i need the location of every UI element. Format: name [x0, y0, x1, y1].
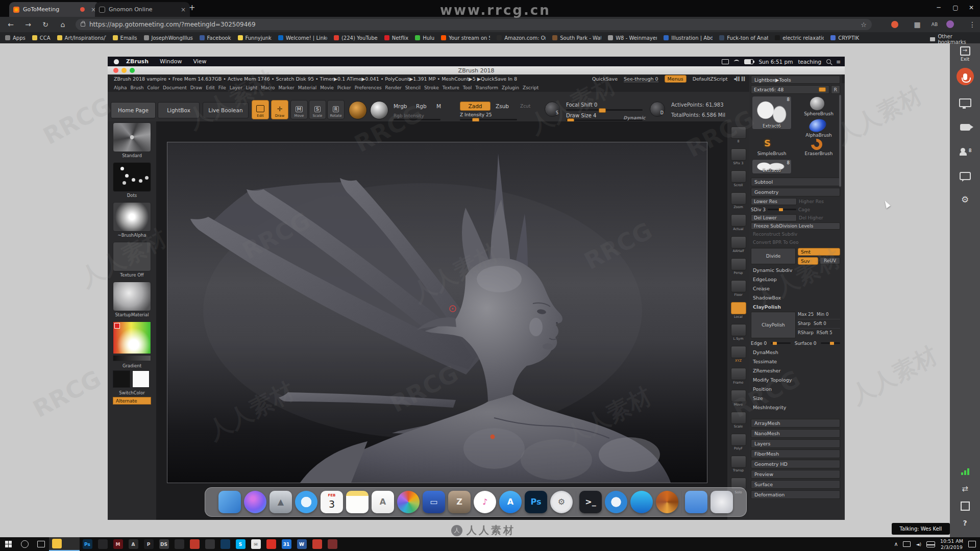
dock-icon[interactable] — [605, 491, 627, 513]
spherebrush-label[interactable]: SphereBrush — [795, 111, 842, 116]
zbrush-menu-item[interactable]: Material — [298, 85, 317, 90]
panel-section-header[interactable]: Geometry HD — [751, 460, 840, 468]
zbrush-menu-item[interactable]: Color — [148, 85, 160, 90]
address-bar[interactable]: https://app.gotomeeting.com/?meetingId=3… — [76, 19, 872, 30]
mrgb-button[interactable]: Mrgb — [394, 103, 407, 109]
right-shelf-button[interactable]: Floor — [730, 280, 747, 297]
right-shelf-button[interactable]: Scroll — [730, 170, 747, 187]
r-button[interactable]: R — [831, 85, 840, 94]
zbrush-menu-item[interactable]: Zplugin — [502, 85, 519, 90]
zbrush-menu-item[interactable]: Alpha — [114, 85, 127, 90]
taskbar-app-button[interactable]: ✉ — [248, 537, 263, 551]
right-shelf-button[interactable]: Move — [730, 390, 747, 407]
del-lower-button[interactable]: Del Lower — [751, 214, 797, 221]
bookmark-item[interactable]: JosephWongIllustrati — [144, 35, 193, 41]
geometry-row-button[interactable]: Crease — [751, 285, 840, 292]
stroke-selector[interactable]: Dots — [113, 162, 151, 198]
window-minimize-button[interactable]: ─ — [931, 2, 946, 14]
wifi-icon[interactable] — [734, 60, 739, 64]
panel-section-header[interactable]: Surface — [751, 480, 840, 489]
bookmark-item[interactable]: Welcome! | LinkedIn — [278, 35, 327, 41]
geometry-row-button[interactable]: Modify Topology — [751, 377, 840, 383]
panel-section-header[interactable]: Layers — [751, 439, 840, 448]
bookmark-item[interactable]: (224) YouTube — [334, 35, 378, 41]
z-intensity-slider[interactable]: Z Intensity 25 — [460, 112, 492, 117]
keyboard-icon[interactable] — [926, 541, 935, 547]
right-shelf-icon[interactable] — [731, 170, 746, 183]
taskbar-app-button[interactable]: P — [141, 537, 156, 551]
divide-button[interactable]: Divide — [751, 248, 796, 264]
geometry-row-button[interactable]: Size — [751, 395, 840, 402]
zbrush-menu-item[interactable]: File — [218, 85, 226, 90]
menubar-clock[interactable]: Sun 6:51 pm — [758, 59, 793, 65]
panel-section-header[interactable]: Preview — [751, 470, 840, 479]
freeze-subdivision-button[interactable]: Freeze SubDivision Levels — [751, 222, 840, 230]
convert-bpr-button[interactable]: Convert BPR To Geo — [751, 240, 799, 245]
subtool-section[interactable]: Subtool — [751, 178, 840, 186]
window-close-button[interactable]: ✕ — [964, 2, 979, 14]
zbrush-menu-item[interactable]: Marker — [279, 85, 295, 90]
panel-section-header[interactable]: NanoMesh — [751, 429, 840, 438]
surface-track[interactable] — [821, 342, 840, 344]
bookmark-star-icon[interactable]: ☆ — [861, 21, 867, 29]
webcam-button[interactable] — [950, 124, 980, 131]
rgb-intensity-track[interactable] — [394, 119, 440, 120]
taskbar-app-button[interactable] — [325, 537, 340, 551]
bookmark-item[interactable]: Facebook — [200, 35, 231, 41]
main-color-swatch[interactable] — [113, 370, 130, 388]
m-button[interactable]: M — [436, 103, 441, 109]
tray-clock[interactable]: 10:51 AM 2/3/2019 — [940, 538, 963, 550]
dock-icon[interactable] — [218, 491, 241, 513]
dock-icon[interactable]: Z — [448, 491, 471, 513]
bookmark-item[interactable]: Your stream on Soun — [441, 35, 490, 41]
stroke-picker[interactable]: S — [545, 102, 560, 117]
zbrush-menu-item[interactable]: Brush — [131, 85, 144, 90]
settings-button[interactable]: ⚙ — [950, 194, 980, 205]
quicksave-button[interactable]: QuickSave — [592, 76, 618, 82]
dock-icon[interactable] — [710, 491, 733, 513]
claypolish-max-min[interactable]: Max 25 Min 0 — [798, 312, 840, 317]
edge-track[interactable] — [771, 342, 790, 344]
zbrush-menu-item[interactable]: Zscript — [523, 85, 538, 90]
dock-icon[interactable]: A — [372, 491, 394, 513]
taskbar-app-button[interactable] — [187, 537, 202, 551]
zcut-button[interactable]: Zcut — [520, 104, 530, 109]
ab-extension-icon[interactable]: AB — [929, 19, 940, 30]
higher-res-button[interactable]: Higher Res — [799, 199, 824, 204]
lower-res-button[interactable]: Lower Res — [751, 198, 797, 205]
dock-icon[interactable]: A — [499, 491, 522, 513]
zbrush-menu-item[interactable]: Document — [163, 85, 187, 90]
right-shelf-button[interactable]: Local — [730, 302, 747, 319]
right-shelf-button[interactable]: AAHalf — [730, 236, 747, 253]
alpha-thumbnail[interactable] — [113, 202, 151, 232]
menubar-user[interactable]: teaching — [798, 59, 822, 65]
zbrush-menu-item[interactable]: Tool — [463, 85, 472, 90]
geometry-row-button[interactable]: Dynamic Subdiv — [751, 267, 840, 273]
home-page-button[interactable]: Home Page — [111, 102, 156, 118]
dock-icon[interactable] — [656, 491, 678, 513]
draw-mode-button[interactable]: ✛ Draw — [271, 100, 288, 119]
del-higher-button[interactable]: Del Higher — [799, 215, 823, 220]
panel-section-header[interactable]: ArrayMesh — [751, 419, 840, 428]
taskbar-app-button[interactable]: W — [294, 537, 309, 551]
dock-icon[interactable] — [681, 491, 682, 513]
spotlight-search-icon[interactable] — [826, 59, 831, 64]
bookmark-item[interactable]: Emails — [113, 35, 137, 41]
extract-slider-handle[interactable] — [819, 87, 826, 92]
zbrush-canvas[interactable] — [156, 121, 727, 520]
zbrush-menu-item[interactable]: Macro — [261, 85, 275, 90]
right-shelf-icon[interactable] — [731, 214, 746, 227]
exit-button[interactable]: Exit — [950, 46, 980, 62]
right-shelf-button[interactable]: Persp — [730, 258, 747, 275]
smt-toggle[interactable]: Smt — [798, 248, 840, 256]
focal-shift-track[interactable] — [566, 109, 643, 111]
live-boolean-button[interactable]: Live Boolean — [203, 102, 249, 118]
network-icon[interactable] — [903, 541, 911, 547]
current-brush-swatch[interactable] — [349, 101, 367, 119]
help-button[interactable]: ? — [950, 519, 980, 527]
dock-icon[interactable] — [685, 491, 707, 513]
dock-icon[interactable] — [244, 491, 266, 513]
edit-mode-button[interactable]: Edit — [252, 100, 269, 119]
task-view-button[interactable] — [33, 537, 49, 551]
right-shelf-icon[interactable] — [731, 258, 746, 270]
